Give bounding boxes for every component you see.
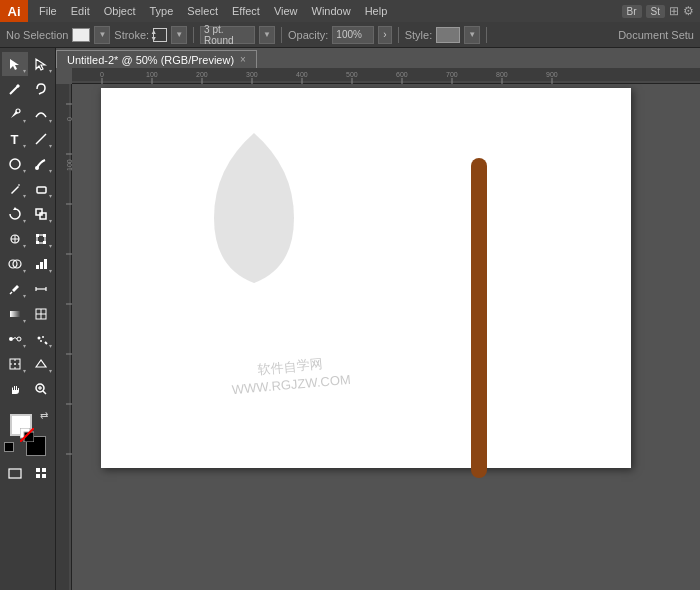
menu-type[interactable]: Type [143, 0, 181, 22]
blend-tool[interactable]: ▾ [2, 327, 28, 351]
tool-corner-arrow: ▾ [49, 117, 52, 124]
gradient-tool[interactable]: ▾ [2, 302, 28, 326]
stroke-width-input[interactable]: 3 pt. Round [200, 26, 255, 44]
svg-text:400: 400 [296, 71, 308, 78]
bridge-badge[interactable]: Br [622, 5, 642, 18]
stock-badge[interactable]: St [646, 5, 665, 18]
svg-rect-53 [42, 474, 46, 478]
direct-selection-tool[interactable]: ▾ [28, 52, 54, 76]
canvas[interactable]: 0 100 200 300 400 500 600 700 800 900 [56, 68, 700, 590]
eyedropper-tool[interactable]: ▾ [2, 277, 28, 301]
pt-dropdown[interactable]: ▼ [259, 26, 275, 44]
tool-corner-arrow: ▾ [49, 67, 52, 74]
tool-corner-arrow: ▾ [23, 342, 26, 349]
chart-tool[interactable]: ▾ [28, 252, 54, 276]
tool-row-8: ▾ ▾ [2, 227, 54, 251]
line-tool[interactable]: ▾ [28, 127, 54, 151]
menu-view[interactable]: View [267, 0, 305, 22]
curvature-tool[interactable]: ▾ [28, 102, 54, 126]
change-screen-mode-button[interactable] [4, 462, 26, 484]
scale-tool[interactable]: ▾ [28, 202, 54, 226]
tool-row-4: T ▾ ▾ [2, 127, 54, 151]
settings-icon[interactable]: ⚙ [683, 4, 694, 18]
svg-point-37 [40, 340, 42, 342]
opacity-input[interactable]: 100% [332, 26, 374, 44]
brush-tool[interactable]: ▾ [28, 152, 54, 176]
leaf-shape [209, 128, 299, 288]
stroke-dropdown[interactable]: ▼ [171, 26, 187, 44]
pt-dropdown-arrow: ▼ [263, 30, 271, 39]
extras-button[interactable] [30, 462, 52, 484]
tab-close-button[interactable]: × [240, 54, 246, 65]
svg-rect-16 [36, 234, 39, 237]
pen-tool[interactable]: ▾ [2, 102, 28, 126]
svg-rect-8 [37, 187, 46, 193]
svg-rect-17 [43, 234, 46, 237]
separator-3 [398, 27, 399, 43]
fill-swatch[interactable] [72, 28, 90, 42]
separator-2 [281, 27, 282, 43]
ellipse-tool[interactable]: ▾ [2, 152, 28, 176]
tool-row-13: ▾ ▾ [2, 352, 54, 376]
hand-tool[interactable] [2, 377, 28, 401]
menu-effect[interactable]: Effect [225, 0, 267, 22]
opacity-arrow[interactable]: › [378, 26, 391, 44]
lasso-tool[interactable] [28, 77, 54, 101]
tool-corner-arrow: ▾ [23, 217, 26, 224]
tool-corner-arrow: ▾ [23, 192, 26, 199]
swap-colors-icon[interactable]: ⇄ [40, 410, 48, 421]
menu-select[interactable]: Select [180, 0, 225, 22]
svg-rect-29 [10, 311, 20, 317]
tool-corner-arrow: ▾ [23, 292, 26, 299]
mesh-tool[interactable] [28, 302, 54, 326]
fill-dropdown[interactable]: ▼ [94, 26, 110, 44]
svg-point-34 [17, 337, 21, 341]
zoom-tool[interactable] [28, 377, 54, 401]
type-tool[interactable]: T ▾ [2, 127, 28, 151]
tab-title: Untitled-2* @ 50% (RGB/Preview) [67, 54, 234, 66]
stroke-swatch[interactable]: ▲ ▼ [153, 28, 167, 42]
svg-marker-1 [36, 59, 45, 70]
document-setup-label[interactable]: Document Setu [618, 29, 694, 41]
menu-window[interactable]: Window [305, 0, 358, 22]
svg-text:0: 0 [66, 117, 72, 121]
menu-edit[interactable]: Edit [64, 0, 97, 22]
menu-help[interactable]: Help [358, 0, 395, 22]
warp-tool[interactable]: ▾ [2, 227, 28, 251]
eraser-tool[interactable]: ▾ [28, 177, 54, 201]
menu-object[interactable]: Object [97, 0, 143, 22]
app-logo: Ai [0, 0, 28, 22]
tool-row-1: ▾ ▾ [2, 52, 54, 76]
svg-text:0: 0 [100, 71, 104, 78]
menu-file[interactable]: File [32, 0, 64, 22]
grid-icon[interactable]: ⊞ [669, 4, 679, 18]
slice-tool[interactable]: ▾ [2, 352, 28, 376]
tool-row-7: ▾ ▾ [2, 202, 54, 226]
svg-point-36 [42, 336, 44, 338]
svg-rect-22 [36, 265, 39, 269]
rotate-tool[interactable]: ▾ [2, 202, 28, 226]
style-swatch[interactable] [436, 27, 460, 43]
tool-corner-arrow: ▾ [23, 267, 26, 274]
free-transform-tool[interactable]: ▾ [28, 227, 54, 251]
magic-wand-tool[interactable] [2, 77, 28, 101]
selection-tool[interactable]: ▾ [2, 52, 28, 76]
document-tab[interactable]: Untitled-2* @ 50% (RGB/Preview) × [56, 50, 257, 68]
symbol-sprayer-tool[interactable]: ▾ [28, 327, 54, 351]
style-dropdown[interactable]: ▼ [464, 26, 480, 44]
tool-row-6: ▾ ▾ [2, 177, 54, 201]
tool-corner-arrow: ▾ [23, 242, 26, 249]
perspective-tool[interactable]: ▾ [28, 352, 54, 376]
tool-row-10: ▾ [2, 277, 54, 301]
tool-row-14 [2, 377, 54, 401]
stroke-dropdown-arrow: ▼ [175, 30, 183, 39]
default-colors-icon[interactable] [4, 442, 14, 452]
measure-tool[interactable] [28, 277, 54, 301]
svg-rect-11 [40, 213, 46, 219]
watermark-line1: 软件自学网 [230, 353, 350, 382]
shape-builder-tool[interactable]: ▾ [2, 252, 28, 276]
svg-rect-23 [40, 262, 43, 269]
pencil-tool[interactable]: ▾ [2, 177, 28, 201]
tool-corner-arrow: ▾ [23, 67, 26, 74]
options-bar: No Selection ▼ Stroke: ▲ ▼ ▼ 3 pt. Round… [0, 22, 700, 48]
